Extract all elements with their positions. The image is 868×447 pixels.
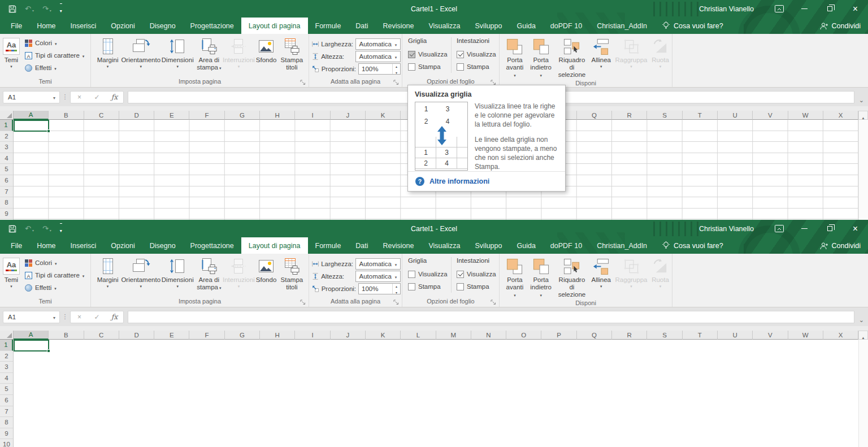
column-header-j[interactable]: J	[331, 111, 366, 120]
column-header-c[interactable]: C	[84, 111, 119, 120]
tab-disegno[interactable]: Disegno	[142, 18, 183, 34]
row-header-10[interactable]: 10	[0, 439, 13, 447]
minimize-button[interactable]	[792, 0, 817, 18]
name-box[interactable]: A1	[3, 91, 60, 103]
account-user-name[interactable]: Christian Vianello	[699, 225, 754, 233]
cancel-button[interactable]: ×	[71, 93, 88, 101]
effetti-button[interactable]: Effetti	[25, 281, 84, 294]
larghezza-select[interactable]: Automatica	[355, 258, 401, 270]
riquadro-di-selezione-button[interactable]: Riquadro di selezione	[555, 255, 588, 299]
close-button[interactable]: ×	[843, 220, 868, 237]
column-header-c[interactable]: C	[84, 331, 119, 340]
row-header-6[interactable]: 6	[0, 395, 13, 406]
column-header-i[interactable]: I	[295, 111, 330, 120]
column-header-d[interactable]: D	[119, 331, 154, 340]
tab-visualizza[interactable]: Visualizza	[421, 18, 467, 34]
tab-progettazione[interactable]: Progettazione	[183, 237, 241, 254]
proporzioni-spinner[interactable]: 100%	[358, 283, 401, 294]
close-button[interactable]: ×	[843, 0, 868, 18]
interruzioni-button[interactable]: Interruzioni	[223, 255, 254, 289]
tab-file[interactable]: File	[3, 237, 29, 254]
temi-button[interactable]: Aa Temi	[1, 36, 21, 69]
intestazioni-visualizza-option[interactable]: Visualizza	[457, 48, 494, 60]
column-header-v[interactable]: V	[753, 331, 788, 340]
column-header-s[interactable]: S	[647, 111, 682, 120]
customize-quick-access-button[interactable]	[60, 3, 62, 15]
ruota-button[interactable]: Ruota	[650, 36, 671, 69]
column-header-b[interactable]: B	[49, 111, 84, 120]
tab-file[interactable]: File	[3, 18, 29, 34]
column-header-a[interactable]: A	[14, 331, 49, 340]
column-header-w[interactable]: W	[788, 111, 823, 120]
ribbon-display-options-button[interactable]	[766, 0, 792, 18]
column-header-r[interactable]: R	[612, 111, 647, 120]
row-header-1[interactable]: 1	[0, 340, 13, 351]
row-header-7[interactable]: 7	[0, 406, 13, 418]
dimensioni-button[interactable]: Dimensioni	[160, 36, 194, 69]
dialog-launcher-opzioni[interactable]	[490, 299, 496, 305]
checkbox-griglia-stampa[interactable]	[408, 63, 415, 71]
column-header-f[interactable]: F	[189, 331, 224, 340]
column-header-x[interactable]: X	[823, 331, 858, 340]
column-header-i[interactable]: I	[295, 331, 330, 340]
tab-disegno[interactable]: Disegno	[142, 237, 183, 254]
dialog-launcher-imposta-pagina[interactable]	[300, 299, 306, 305]
column-header-a[interactable]: A	[14, 111, 49, 120]
column-header-q[interactable]: Q	[577, 331, 612, 340]
share-button[interactable]: Condividi	[820, 18, 861, 34]
insert-function-button[interactable]: ƒx	[106, 93, 123, 101]
row-header-1[interactable]: 1	[0, 120, 13, 131]
tab-inserisci[interactable]: Inserisci	[63, 18, 104, 34]
restore-button[interactable]	[817, 0, 843, 18]
enter-button[interactable]: ✓	[88, 313, 106, 321]
checkbox-griglia-visualizza[interactable]	[408, 271, 415, 278]
tipi-di-carattere-button[interactable]: Tipi di carattere	[25, 49, 84, 62]
tell-me-box[interactable]: Cosa vuoi fare?	[654, 237, 731, 254]
column-header-w[interactable]: W	[788, 331, 823, 340]
tab-revisione[interactable]: Revisione	[376, 18, 422, 34]
tab-inserisci[interactable]: Inserisci	[63, 237, 104, 254]
dialog-launcher-adatta[interactable]	[393, 79, 399, 85]
larghezza-select[interactable]: Automatica	[355, 38, 401, 50]
row-header-3[interactable]: 3	[0, 362, 13, 373]
tipi-di-carattere-button[interactable]: Tipi di carattere	[25, 269, 84, 281]
expand-formula-bar-icon[interactable]	[859, 94, 864, 105]
griglia-stampa-option[interactable]: Stampa	[408, 60, 451, 73]
fill-handle[interactable]	[47, 129, 50, 133]
row-header-4[interactable]: 4	[0, 153, 13, 164]
margini-button[interactable]: Margini	[94, 36, 121, 69]
sheet-row-9[interactable]	[14, 209, 858, 220]
minimize-button[interactable]	[792, 220, 817, 237]
row-header-4[interactable]: 4	[0, 373, 13, 384]
column-header-r[interactable]: R	[612, 331, 647, 340]
griglia-visualizza-option[interactable]: Visualizza	[408, 48, 451, 60]
name-box[interactable]: A1	[3, 311, 60, 323]
redo-button[interactable]: ↷	[42, 4, 51, 14]
column-header-h[interactable]: H	[260, 111, 295, 120]
chevron-down-icon[interactable]	[49, 314, 59, 320]
tab-revisione[interactable]: Revisione	[376, 237, 422, 254]
tab-sviluppo[interactable]: Sviluppo	[468, 18, 510, 34]
undo-button[interactable]: ↶	[25, 4, 34, 14]
cells-area[interactable]	[14, 340, 858, 447]
column-header-g[interactable]: G	[225, 331, 260, 340]
ruota-button[interactable]: Ruota	[650, 255, 671, 289]
column-header-t[interactable]: T	[683, 111, 718, 120]
checkbox-griglia-stampa[interactable]	[408, 283, 415, 290]
intestazioni-visualizza-option[interactable]: Visualizza	[457, 268, 494, 280]
save-button[interactable]	[8, 225, 16, 233]
row-header-5[interactable]: 5	[0, 384, 13, 395]
porta-indietro-button[interactable]: Porta indietro	[528, 36, 554, 79]
temi-button[interactable]: Aa Temi	[1, 255, 21, 289]
riquadro-di-selezione-button[interactable]: Riquadro di selezione	[555, 36, 588, 79]
altezza-select[interactable]: Automatica	[355, 271, 401, 282]
proporzioni-spinner[interactable]: 100%	[358, 63, 401, 75]
checkbox-intestazioni-stampa[interactable]	[457, 283, 464, 290]
orientamento-button[interactable]: Orientamento	[121, 36, 160, 69]
tab-christian-addin[interactable]: Christian_AddIn	[589, 18, 654, 34]
row-header-7[interactable]: 7	[0, 186, 13, 198]
sheet-row-8[interactable]	[14, 197, 858, 209]
raggruppa-button[interactable]: Raggruppa	[614, 255, 649, 289]
sheet-row-4[interactable]	[14, 373, 858, 384]
dimensioni-button[interactable]: Dimensioni	[160, 255, 194, 289]
